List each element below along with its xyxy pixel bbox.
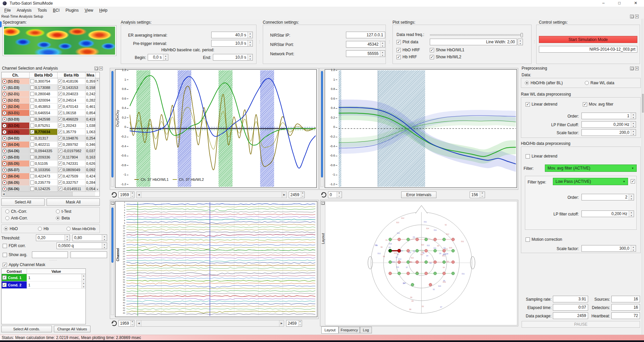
channel-row[interactable]: ♥(S5-D3)0,2093360,1178040,16357 [2, 154, 99, 161]
channel-cell[interactable]: ♥(S3-D3) [2, 116, 30, 122]
scale2-factor-spinner[interactable]: 300,0▲▼ [581, 245, 636, 252]
mask-all-button[interactable]: Mask All [47, 198, 100, 206]
beta-hb-checkbox[interactable] [58, 168, 62, 172]
tab-layout[interactable]: Layout [321, 326, 339, 334]
prt-file-field[interactable]: NIRS-2014-03-12_003.prt [539, 46, 637, 53]
error-chart-vslider[interactable] [320, 70, 324, 187]
menu-plugins[interactable]: Plugins [63, 7, 81, 13]
channel-row[interactable]: ♥(S1-D1)0,3007540,4181060,35943 [2, 78, 99, 85]
beta-hb-cell[interactable]: 0,24514 [58, 97, 85, 103]
nirstar-port-spinner[interactable]: 45342▲▼ [346, 41, 385, 48]
beta-hb-checkbox[interactable] [58, 98, 62, 102]
close-button[interactable]: ✕ [627, 0, 644, 7]
contrast-name[interactable]: Cond. 1 [2, 274, 27, 281]
contrast-row[interactable]: Cond. 21▲▼ [2, 281, 85, 289]
pre-trigger-spinner[interactable]: 10,0 s▲▼ [211, 40, 253, 47]
end-spinner[interactable]: 10,0 s▲▼ [213, 54, 253, 61]
beta-hbo-cell[interactable]: 0,31317 [30, 135, 58, 141]
dock-close-icon[interactable] [635, 15, 639, 18]
beta-hbo-checkbox[interactable] [30, 149, 34, 153]
beta-hb-checkbox[interactable] [58, 155, 62, 159]
beta-hbo-cell[interactable]: 0,280048 [30, 91, 58, 97]
contrast-checkbox[interactable] [2, 283, 7, 287]
beta-hbo-checkbox[interactable] [30, 92, 34, 96]
channel-row[interactable]: ♥(S5-D7)0,1033560,08090490,09213 [2, 167, 99, 173]
channel-row[interactable]: ♥(S6-D4)0,4224730,4275090,42499 [2, 173, 99, 179]
order2-spinner[interactable]: 2▲▼ [581, 194, 634, 200]
beta-hb-checkbox[interactable] [58, 187, 62, 191]
channel-cell[interactable]: ♥(S5-D3) [2, 154, 30, 160]
channel-panel-close-icon[interactable] [99, 67, 103, 70]
beta-hbo-cell[interactable]: 0,173088 [30, 85, 58, 91]
beta-hb-cell[interactable]: 0,427509 [58, 173, 85, 179]
beta-hb-cell[interactable]: 0,194876 [58, 135, 85, 141]
maximize-button[interactable]: □ [611, 0, 627, 7]
channel-row[interactable]: ♥(S5-D5)0,511050,7423310,62669 [2, 161, 99, 167]
menu-help[interactable]: Help [96, 7, 110, 13]
filter-type-dropdown[interactable]: Low Pass (ACTIVE)▼ [553, 178, 628, 185]
er-range-to-spinner[interactable]: 2459+− [289, 191, 305, 198]
start-simulation-button[interactable]: Start Simulation Mode [539, 36, 637, 43]
fdr-corr-checkbox[interactable]: FDR corr. [3, 243, 26, 248]
preprocessing-float-icon[interactable] [630, 67, 634, 70]
beta-hbo-cell[interactable]: 0,235779 [30, 179, 58, 185]
contrast-name[interactable]: Cond. 2 [2, 281, 27, 288]
threshold-low-spinner[interactable]: 0,20▲▼ [36, 234, 70, 241]
channel-cell[interactable]: ♥(S3-D5) [2, 129, 30, 135]
beta-hbo-cell[interactable]: 0,342598 [30, 116, 58, 122]
plot-data-checkbox[interactable]: Plot data [397, 40, 418, 44]
beta-hbo-checkbox[interactable] [30, 124, 34, 128]
dock-float-icon[interactable] [630, 15, 634, 18]
nirstar-ip-field[interactable]: 127.0.0.1 [346, 32, 385, 38]
beta-hb-checkbox[interactable] [58, 117, 62, 121]
radio-hbo[interactable]: HbO [4, 226, 18, 231]
channel-cell[interactable]: ♥(S6-D4) [2, 173, 30, 179]
source-dot[interactable] [443, 238, 446, 241]
channel-cell[interactable]: ♥(S2-D1) [2, 91, 30, 97]
er-hscrollbar[interactable]: ◀▶ [136, 191, 287, 198]
detector-dot[interactable] [398, 238, 401, 241]
source-dot[interactable] [407, 238, 410, 241]
beta-hb-cell[interactable]: 0,117804 [58, 154, 85, 160]
source-dot[interactable] [416, 249, 419, 252]
channel-cell[interactable]: ♥(S1-D3) [2, 85, 30, 91]
beta-hbo-checkbox[interactable] [30, 111, 34, 115]
minimize-button[interactable]: – [595, 0, 611, 7]
channel-row[interactable]: ♥(S2-D2)0,3200940,245140,28261 [2, 97, 99, 104]
channel-cell[interactable]: ♥(S5-D7) [2, 167, 30, 173]
channel-cell[interactable]: ♥(S6-D5) [2, 179, 30, 185]
beta-hbo-cell[interactable]: 0,300754 [30, 78, 58, 84]
hb-hrf-checkbox[interactable]: Hb HRF [397, 55, 417, 59]
beta-hb-checkbox[interactable] [58, 149, 62, 153]
channels-hscrollbar[interactable]: ◀▶ [136, 320, 284, 327]
channel-cell[interactable]: ♥(S4-D2) [2, 135, 30, 141]
beta-hbo-checkbox[interactable] [30, 136, 34, 140]
beta-hb-cell[interactable]: -0,0145511 [58, 186, 85, 192]
splitter-dots[interactable]: ······ [49, 258, 57, 262]
beta-hbo-checkbox[interactable] [30, 155, 34, 159]
apply-channel-mask-checkbox[interactable]: Apply Channel Mask [3, 262, 45, 267]
lp-cutoff-spinner[interactable]: 0,200 Hz▲▼ [581, 121, 636, 128]
channel-cell[interactable]: ♥(S5-D5) [2, 161, 30, 167]
channel-row[interactable]: ♥(S3-D5)0,7700341,357791,06391 [2, 129, 99, 135]
radio-hb[interactable]: Hb [38, 226, 49, 231]
beta-hb-cell[interactable]: 0,418106 [58, 78, 85, 84]
show-hbo-wl1-checkbox[interactable]: Show HbO/WL1 [430, 48, 464, 52]
channel-row[interactable]: ♥(S2-D4)0,4538530,4701430,46199 [2, 104, 99, 110]
detector-dot[interactable] [416, 261, 419, 264]
beta-hb-checkbox[interactable] [58, 136, 62, 140]
beta-hb-cell[interactable]: 0,143153 [58, 85, 85, 91]
beta-hbo-cell[interactable]: 0,875251 [30, 123, 58, 129]
detector-dot[interactable] [434, 261, 437, 264]
source-dot[interactable] [443, 261, 446, 264]
channels-range-from-spinner[interactable]: 1959+− [118, 320, 134, 327]
linear-detrend2-checkbox[interactable]: Linear detrend [526, 154, 557, 159]
beta-hb-cell[interactable]: 0,470143 [58, 104, 85, 110]
beta-hb-checkbox[interactable] [58, 92, 62, 96]
channel-panel-float-icon[interactable] [94, 67, 98, 70]
contrast-value-spinner[interactable]: ▲▼ [81, 274, 85, 281]
filter-type-checkbox[interactable] [631, 179, 635, 183]
beta-hbo-cell[interactable]: 0,51105 [30, 161, 58, 167]
beta-hbo-checkbox[interactable] [30, 168, 34, 172]
beta-hbo-checkbox[interactable] [30, 180, 34, 184]
